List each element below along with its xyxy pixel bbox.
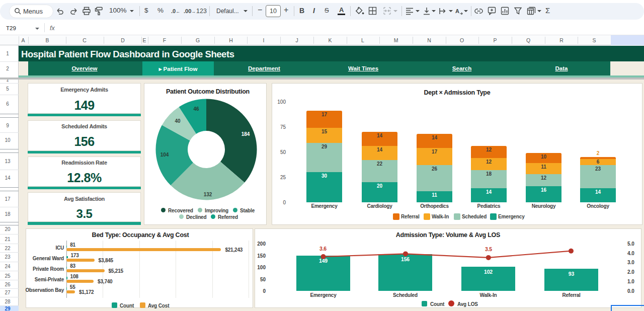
svg-text:104: 104 — [160, 152, 169, 158]
svg-text:40: 40 — [175, 118, 181, 124]
svg-text:184: 184 — [242, 131, 250, 137]
svg-text:A: A — [455, 8, 459, 14]
svg-text:132: 132 — [204, 192, 212, 197]
svg-text:46: 46 — [193, 106, 199, 112]
